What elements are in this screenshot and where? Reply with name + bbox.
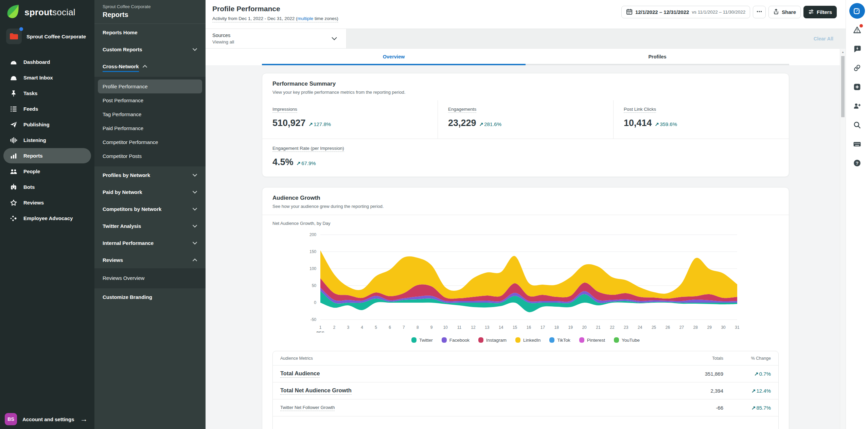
metric-label[interactable]: Engagements — [448, 107, 476, 113]
svg-text:8: 8 — [417, 325, 419, 330]
audience-growth-title: Audience Growth — [272, 195, 779, 201]
sidebar-item-publishing[interactable]: Publishing — [3, 117, 91, 132]
compose-button[interactable] — [849, 3, 865, 19]
search-button[interactable] — [849, 117, 865, 133]
message-bolt-button[interactable] — [849, 41, 865, 57]
metric-label[interactable]: Engagement Rate (per Impression) — [272, 146, 344, 152]
metric-engagements: Engagements23,229↗281.6% — [438, 100, 613, 139]
legend-item-tiktok[interactable]: TikTok — [549, 337, 570, 343]
tab-profiles[interactable]: Profiles — [526, 49, 789, 65]
legend-item-pinterest[interactable]: Pinterest — [579, 337, 605, 343]
svg-text:4: 4 — [361, 325, 363, 330]
sidebar-item-listening[interactable]: Listening — [3, 132, 91, 148]
sidebar-item-employee-advocacy[interactable]: Employee Advocacy — [3, 211, 91, 226]
metric-change: ↗359.6% — [655, 121, 677, 127]
account-switcher[interactable]: Sprout Coffee Corporate — [0, 24, 94, 50]
row-label[interactable]: Total Net Audience Growth — [280, 387, 352, 395]
share-button[interactable]: Share — [768, 6, 801, 18]
nav-section-twitter-analysis[interactable]: Twitter Analysis — [94, 217, 206, 234]
nav-section-reviews[interactable]: Reviews — [94, 251, 206, 268]
svg-text:14: 14 — [499, 325, 503, 330]
metric-label[interactable]: Impressions — [272, 107, 297, 113]
filters-button[interactable]: Filters — [803, 6, 837, 18]
nav-section-paid-by-network[interactable]: Paid by Network — [94, 183, 206, 200]
more-options-icon — [756, 8, 762, 16]
svg-text:28: 28 — [693, 325, 698, 330]
nav-item-competitor-performance[interactable]: Competitor Performance — [98, 135, 202, 149]
sidebar-item-bots[interactable]: Bots — [3, 179, 91, 195]
nav-section-competitors-by-network[interactable]: Competitors by Network — [94, 200, 206, 217]
date-range-button[interactable]: 12/1/2022 – 12/31/2022 vs 11/1/2022 – 11… — [621, 6, 750, 18]
svg-text:10: 10 — [443, 325, 448, 330]
row-label[interactable]: Total Audience — [280, 370, 320, 378]
scrollbar-thumb[interactable] — [841, 56, 845, 117]
legend-item-twitter[interactable]: Twitter — [411, 337, 433, 343]
metric-label[interactable]: Post Link Clicks — [624, 107, 656, 113]
nav-section-profiles-by-network[interactable]: Profiles by Network — [94, 166, 206, 183]
account-and-settings[interactable]: BS Account and settings → — [0, 411, 94, 429]
svg-text:5: 5 — [375, 325, 377, 330]
sidebar-item-feeds[interactable]: Feeds — [3, 101, 91, 117]
reports-icon — [10, 152, 17, 160]
legend-item-linkedin[interactable]: LinkedIn — [515, 337, 541, 343]
sidebar-item-smart-inbox[interactable]: Smart Inbox — [3, 70, 91, 85]
people-icon — [10, 168, 17, 175]
nav-item-paid-performance[interactable]: Paid Performance — [98, 121, 202, 135]
nav-section-internal-performance[interactable]: Internal Performance — [94, 234, 206, 251]
sprout-logo[interactable]: sproutsocial — [0, 0, 94, 24]
svg-text:6: 6 — [389, 325, 391, 330]
row-total: 2,394 — [662, 388, 723, 394]
help-button[interactable]: ? — [849, 155, 865, 171]
nav-section-custom-reports[interactable]: Custom Reports — [94, 41, 206, 58]
row-label[interactable]: Twitter Net Follower Growth — [280, 405, 335, 411]
nav-item-reviews-overview[interactable]: Reviews Overview — [98, 271, 202, 285]
svg-text:2: 2 — [333, 325, 336, 330]
column-header-totals: Totals — [662, 356, 723, 361]
performance-summary-subtitle: View your key profile performance metric… — [272, 90, 779, 95]
row-change: ↗12.4% — [723, 388, 771, 394]
tab-row: OverviewProfiles — [206, 49, 846, 65]
legend-item-instagram[interactable]: Instagram — [478, 337, 507, 343]
nav-section-customize-branding[interactable]: Customize Branding — [94, 288, 206, 305]
alert-button[interactable] — [849, 22, 865, 38]
scroll-up-arrow-icon[interactable]: ▲ — [842, 51, 844, 54]
page-subtitle: Activity from Dec 1, 2022 - Dec 31, 2022… — [212, 16, 338, 22]
nav-section-cross-network[interactable]: Cross-Network — [94, 58, 206, 75]
nav-item-competitor-posts[interactable]: Competitor Posts — [98, 149, 202, 163]
more-options-button[interactable] — [753, 6, 766, 18]
svg-text:150: 150 — [309, 249, 316, 254]
calendar-icon — [626, 8, 633, 16]
audience-growth-card: Audience Growth See how your audience gr… — [262, 187, 789, 429]
clear-all-button[interactable]: Clear All — [814, 36, 846, 41]
legend-item-youtube[interactable]: YouTube — [614, 337, 640, 343]
tab-overview[interactable]: Overview — [262, 49, 526, 65]
svg-text:30: 30 — [721, 325, 726, 330]
metric-value: 23,229↗281.6% — [448, 118, 603, 128]
sidebar-item-reports[interactable]: Reports — [3, 148, 91, 163]
svg-text:27: 27 — [679, 325, 684, 330]
svg-text:17: 17 — [541, 325, 545, 330]
sidebar-item-tasks[interactable]: Tasks — [3, 86, 91, 101]
vertical-scrollbar[interactable]: ▲ — [840, 49, 846, 429]
svg-text:24: 24 — [638, 325, 642, 330]
plus-square-button[interactable] — [849, 79, 865, 95]
bots-icon — [10, 183, 17, 191]
multiple-timezones-link[interactable]: multiple — [298, 16, 314, 21]
link-button[interactable] — [849, 60, 865, 76]
nav-item-post-performance[interactable]: Post Performance — [98, 93, 202, 107]
nav-item-profile-performance[interactable]: Profile Performance — [98, 79, 202, 93]
person-add-button[interactable] — [849, 98, 865, 114]
metric-change: ↗67.9% — [297, 160, 316, 166]
sidebar-item-reviews[interactable]: Reviews — [3, 195, 91, 210]
search-icon — [853, 121, 861, 129]
sidebar-item-dashboard[interactable]: Dashboard — [3, 54, 91, 70]
svg-text:3: 3 — [347, 325, 349, 330]
nav-item-tag-performance[interactable]: Tag Performance — [98, 107, 202, 121]
sources-dropdown[interactable]: Sources Viewing all — [206, 29, 347, 48]
legend-item-facebook[interactable]: Facebook — [442, 337, 470, 343]
sidebar-item-people[interactable]: People — [3, 164, 91, 179]
keyboard-button[interactable] — [849, 136, 865, 152]
nav-section-reports-home[interactable]: Reports Home — [94, 24, 206, 41]
row-total: 351,869 — [662, 371, 723, 377]
svg-text:7: 7 — [403, 325, 405, 330]
